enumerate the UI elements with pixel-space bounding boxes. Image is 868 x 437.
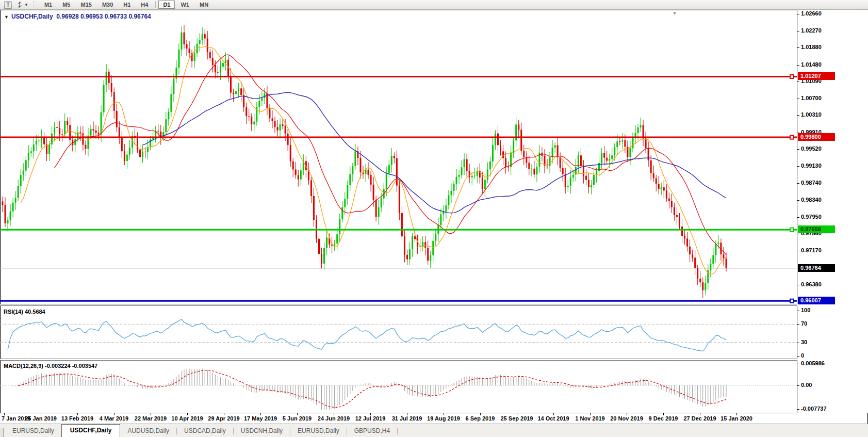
date-tick-mark: [41, 413, 41, 415]
level-price-badge: 0.96007: [798, 297, 835, 304]
chevron-down-icon: ▼: [24, 3, 28, 7]
tab-usdcad-daily[interactable]: USDCAD,Daily: [177, 425, 233, 437]
level-price-badge: 0.97658: [798, 225, 835, 233]
price-tick-mark: [797, 149, 799, 150]
price-tick-label: 0.99520: [801, 145, 822, 152]
rsi-scale-label: 70: [801, 320, 807, 327]
price-tick-mark: [797, 234, 799, 234]
tab-eurusd-daily[interactable]: EURUSD,Daily: [5, 425, 61, 437]
date-tick-mark: [700, 413, 700, 415]
date-axis[interactable]: 7 Jan 201925 Jan 201913 Feb 20194 Mar 20…: [0, 413, 797, 424]
price-tick-mark: [797, 31, 799, 31]
timeframe-button-h1[interactable]: H1: [119, 1, 135, 9]
price-tick-mark: [797, 200, 799, 201]
date-label: 19 Aug 2019: [427, 415, 460, 422]
price-tick-mark: [797, 251, 799, 251]
timeframe-button-m30[interactable]: M30: [97, 1, 118, 9]
tab-gbpusd-h4[interactable]: GBPUSD,H4: [347, 425, 397, 437]
macd-tick-mark: [797, 364, 799, 364]
tab-usdchf-daily[interactable]: USDCHF,Daily: [61, 424, 121, 437]
rsi-value: 40.5684: [25, 309, 45, 315]
price-tick-label: 0.98340: [801, 197, 822, 203]
date-label: 9 Dec 2019: [649, 415, 678, 422]
timeframe-button-h4[interactable]: H4: [136, 1, 153, 9]
cursor-style-button[interactable]: ▼: [14, 1, 30, 9]
price-tick-mark: [797, 14, 799, 14]
collapse-triangle-icon[interactable]: ▼: [4, 14, 9, 20]
macd-canvas[interactable]: [0, 361, 797, 413]
macd-tick-mark: [797, 409, 799, 410]
rsi-scale-label: 0: [801, 352, 804, 359]
date-label: 27 Dec 2019: [684, 415, 716, 422]
price-tick-mark: [797, 166, 799, 167]
date-tick-mark: [151, 413, 151, 415]
timeframe-button-mn[interactable]: MN: [195, 1, 213, 9]
rsi-tick-mark: [797, 356, 799, 357]
diagonal-arrows-icon: [16, 1, 23, 8]
price-tick-mark: [797, 115, 799, 116]
macd-label: MACD(12,26,9) -0.003224 -0.003547: [4, 363, 97, 369]
tab-audusd-daily[interactable]: AUDUSD,Daily: [120, 425, 176, 437]
macd-scale-label: 0.005986: [801, 360, 825, 366]
price-tick-mark: [797, 47, 799, 48]
rsi-tick-mark: [797, 324, 799, 325]
timeframe-button-w1[interactable]: W1: [176, 1, 194, 9]
date-label: 24 Jun 2019: [318, 415, 350, 422]
date-tick-mark: [590, 413, 591, 415]
timeframe-button-m1[interactable]: M1: [40, 1, 57, 9]
rsi-canvas[interactable]: [0, 306, 797, 359]
text-tool-button[interactable]: T: [2, 1, 14, 9]
date-tick-mark: [224, 413, 224, 415]
date-tick-mark: [444, 413, 444, 415]
date-label: 1 Nov 2019: [575, 415, 604, 422]
price-tick-mark: [797, 65, 799, 66]
tab-eurusd-daily[interactable]: EURUSD,Daily: [290, 425, 347, 437]
timeframe-button-m5[interactable]: M5: [58, 1, 75, 9]
rsi-tick-mark: [797, 311, 799, 311]
main-chart-canvas[interactable]: [0, 10, 797, 305]
chart-title-symbol: USDCHF,Daily: [11, 13, 53, 20]
price-axis[interactable]: 1.026601.022701.018801.014801.010901.007…: [797, 10, 868, 413]
date-label: 10 Apr 2019: [171, 415, 203, 422]
price-tick-label: 1.02660: [801, 10, 822, 17]
toolbar: T ▼ M1M5M15M30H1H4D1W1MN: [0, 0, 868, 10]
date-tick-mark: [663, 413, 664, 415]
price-tick-label: 0.97170: [801, 247, 822, 253]
date-label: 13 Feb 2019: [61, 415, 93, 422]
tab-usdcnh-daily[interactable]: USDCNH,Daily: [234, 425, 290, 437]
rsi-scale-label: 100: [801, 307, 810, 313]
date-label: 17 May 2019: [244, 415, 277, 422]
macd-scale-label: 0.00: [801, 382, 812, 388]
timeframe-button-d1[interactable]: D1: [158, 1, 175, 9]
mt4-window: T ▼ M1M5M15M30H1H4D1W1MN ▼USDCHF,Daily 0…: [0, 0, 868, 437]
date-label: 31 Jul 2019: [392, 415, 422, 422]
rsi-tick-mark: [797, 343, 799, 343]
date-label: 14 Oct 2019: [537, 415, 569, 422]
date-tick-mark: [114, 413, 114, 415]
price-tick-label: 1.00700: [801, 95, 822, 101]
date-tick-mark: [480, 413, 481, 415]
date-tick-mark: [4, 413, 5, 415]
toolbar-separator: [155, 1, 156, 8]
price-tick-mark: [797, 285, 799, 285]
date-label: 29 Apr 2019: [208, 415, 239, 422]
price-tick-label: 1.02270: [801, 27, 822, 34]
date-label: 12 Jul 2019: [355, 415, 386, 422]
text-tool-icon: T: [4, 1, 12, 9]
macd-tick-mark: [797, 385, 799, 386]
tab-stub[interactable]: [0, 428, 4, 437]
price-tick-mark: [797, 99, 799, 99]
current-price-badge: 0.96764: [798, 264, 835, 272]
scroll-to-end-icon: ▼: [672, 10, 677, 16]
date-tick-mark: [297, 413, 298, 415]
date-tick-mark: [736, 413, 737, 415]
macd-scale-label: -0.007737: [801, 406, 827, 412]
chart-title: ▼USDCHF,Daily 0.96928 0.96953 0.96733 0.…: [4, 13, 151, 20]
date-tick-mark: [370, 413, 371, 415]
date-tick-mark: [553, 413, 554, 415]
date-label: 5 Jun 2019: [283, 415, 312, 422]
date-tick-mark: [260, 413, 261, 415]
price-tick-label: 0.96380: [801, 281, 822, 287]
timeframe-button-m15[interactable]: M15: [76, 1, 96, 9]
price-tick-label: 0.97950: [801, 214, 822, 220]
